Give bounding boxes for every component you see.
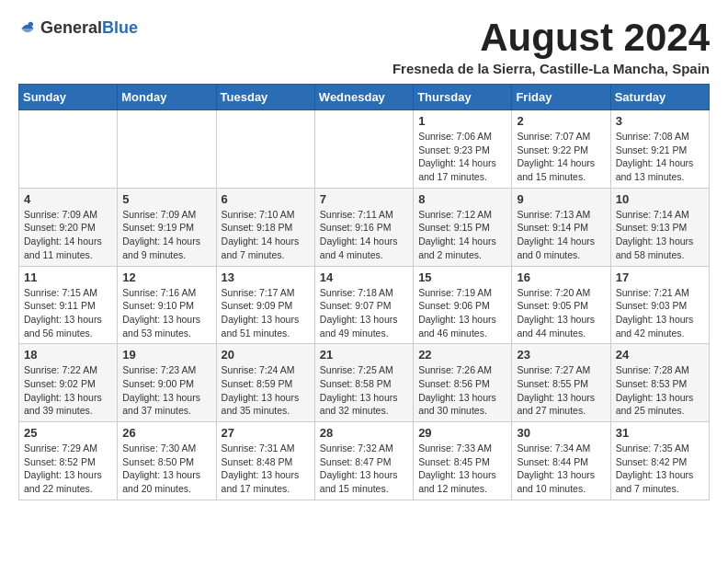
weekday-header-wednesday: Wednesday	[314, 85, 413, 110]
day-info: Sunrise: 7:07 AM Sunset: 9:22 PM Dayligh…	[517, 130, 605, 184]
day-info: Sunrise: 7:24 AM Sunset: 8:59 PM Dayligh…	[222, 363, 310, 418]
logo: GeneralBlue	[18, 18, 138, 38]
calendar-cell: 2Sunrise: 7:07 AM Sunset: 9:22 PM Daylig…	[512, 110, 610, 189]
calendar-week-row: 25Sunrise: 7:29 AM Sunset: 8:52 PM Dayli…	[19, 422, 710, 500]
calendar-cell: 3Sunrise: 7:08 AM Sunset: 9:21 PM Daylig…	[610, 110, 709, 189]
calendar-cell: 15Sunrise: 7:19 AM Sunset: 9:06 PM Dayli…	[414, 266, 512, 344]
day-number: 31	[616, 426, 704, 440]
day-info: Sunrise: 7:25 AM Sunset: 8:58 PM Dayligh…	[320, 363, 408, 418]
calendar-cell: 28Sunrise: 7:32 AM Sunset: 8:47 PM Dayli…	[314, 422, 413, 500]
day-number: 22	[418, 348, 506, 362]
day-info: Sunrise: 7:16 AM Sunset: 9:10 PM Dayligh…	[122, 286, 210, 340]
calendar-cell: 4Sunrise: 7:09 AM Sunset: 9:20 PM Daylig…	[19, 188, 118, 266]
month-title: August 2024	[480, 18, 710, 57]
calendar-cell: 30Sunrise: 7:34 AM Sunset: 8:44 PM Dayli…	[512, 422, 610, 500]
day-info: Sunrise: 7:09 AM Sunset: 9:20 PM Dayligh…	[24, 208, 112, 262]
calendar-cell	[118, 110, 216, 189]
calendar-cell: 6Sunrise: 7:10 AM Sunset: 9:18 PM Daylig…	[216, 188, 314, 266]
calendar-week-row: 4Sunrise: 7:09 AM Sunset: 9:20 PM Daylig…	[19, 188, 710, 266]
day-info: Sunrise: 7:22 AM Sunset: 9:02 PM Dayligh…	[24, 363, 112, 418]
calendar-cell: 9Sunrise: 7:13 AM Sunset: 9:14 PM Daylig…	[512, 188, 610, 266]
calendar-cell: 27Sunrise: 7:31 AM Sunset: 8:48 PM Dayli…	[216, 422, 314, 500]
day-info: Sunrise: 7:18 AM Sunset: 9:07 PM Dayligh…	[320, 286, 408, 340]
day-number: 10	[616, 192, 704, 206]
day-info: Sunrise: 7:19 AM Sunset: 9:06 PM Dayligh…	[418, 286, 506, 340]
day-number: 7	[320, 192, 408, 206]
calendar-cell: 12Sunrise: 7:16 AM Sunset: 9:10 PM Dayli…	[118, 266, 216, 344]
day-number: 21	[320, 348, 408, 362]
calendar-table: SundayMondayTuesdayWednesdayThursdayFrid…	[18, 84, 710, 500]
calendar-cell: 25Sunrise: 7:29 AM Sunset: 8:52 PM Dayli…	[19, 422, 118, 500]
calendar-cell: 22Sunrise: 7:26 AM Sunset: 8:56 PM Dayli…	[414, 344, 512, 422]
day-number: 27	[222, 426, 310, 440]
day-number: 15	[418, 270, 506, 284]
calendar-cell: 7Sunrise: 7:11 AM Sunset: 9:16 PM Daylig…	[314, 188, 413, 266]
calendar-week-row: 18Sunrise: 7:22 AM Sunset: 9:02 PM Dayli…	[19, 344, 710, 422]
day-number: 6	[222, 192, 310, 206]
calendar-cell: 1Sunrise: 7:06 AM Sunset: 9:23 PM Daylig…	[414, 110, 512, 189]
day-info: Sunrise: 7:12 AM Sunset: 9:15 PM Dayligh…	[418, 208, 506, 262]
calendar-cell: 18Sunrise: 7:22 AM Sunset: 9:02 PM Dayli…	[19, 344, 118, 422]
day-info: Sunrise: 7:32 AM Sunset: 8:47 PM Dayligh…	[320, 442, 408, 496]
day-info: Sunrise: 7:15 AM Sunset: 9:11 PM Dayligh…	[24, 286, 112, 340]
day-number: 24	[616, 348, 704, 362]
day-number: 4	[24, 192, 112, 206]
day-info: Sunrise: 7:34 AM Sunset: 8:44 PM Dayligh…	[517, 442, 605, 496]
day-number: 30	[517, 426, 605, 440]
calendar-cell	[19, 110, 118, 189]
day-number: 2	[517, 114, 605, 128]
day-number: 25	[24, 426, 112, 440]
day-number: 26	[122, 426, 210, 440]
day-info: Sunrise: 7:23 AM Sunset: 9:00 PM Dayligh…	[122, 363, 210, 418]
weekday-header-row: SundayMondayTuesdayWednesdayThursdayFrid…	[19, 85, 710, 110]
svg-point-0	[28, 21, 33, 26]
calendar-cell: 20Sunrise: 7:24 AM Sunset: 8:59 PM Dayli…	[216, 344, 314, 422]
logo-icon	[18, 19, 37, 38]
day-info: Sunrise: 7:13 AM Sunset: 9:14 PM Dayligh…	[517, 208, 605, 262]
calendar-week-row: 1Sunrise: 7:06 AM Sunset: 9:23 PM Daylig…	[19, 110, 710, 189]
day-info: Sunrise: 7:28 AM Sunset: 8:53 PM Dayligh…	[616, 363, 704, 418]
day-info: Sunrise: 7:29 AM Sunset: 8:52 PM Dayligh…	[24, 442, 112, 496]
day-number: 5	[122, 192, 210, 206]
title-area: August 2024	[480, 18, 710, 57]
calendar-cell: 13Sunrise: 7:17 AM Sunset: 9:09 PM Dayli…	[216, 266, 314, 344]
day-info: Sunrise: 7:20 AM Sunset: 9:05 PM Dayligh…	[517, 286, 605, 340]
logo-blue: Blue	[102, 18, 138, 37]
day-number: 11	[24, 270, 112, 284]
calendar-cell: 14Sunrise: 7:18 AM Sunset: 9:07 PM Dayli…	[314, 266, 413, 344]
calendar-cell: 16Sunrise: 7:20 AM Sunset: 9:05 PM Dayli…	[512, 266, 610, 344]
day-number: 19	[122, 348, 210, 362]
calendar-cell: 23Sunrise: 7:27 AM Sunset: 8:55 PM Dayli…	[512, 344, 610, 422]
day-info: Sunrise: 7:31 AM Sunset: 8:48 PM Dayligh…	[222, 442, 310, 496]
calendar-cell: 29Sunrise: 7:33 AM Sunset: 8:45 PM Dayli…	[414, 422, 512, 500]
weekday-header-thursday: Thursday	[414, 85, 512, 110]
calendar-cell: 5Sunrise: 7:09 AM Sunset: 9:19 PM Daylig…	[118, 188, 216, 266]
day-number: 1	[418, 114, 506, 128]
calendar-cell: 31Sunrise: 7:35 AM Sunset: 8:42 PM Dayli…	[610, 422, 709, 500]
calendar-cell: 21Sunrise: 7:25 AM Sunset: 8:58 PM Dayli…	[314, 344, 413, 422]
day-number: 14	[320, 270, 408, 284]
day-number: 18	[24, 348, 112, 362]
calendar-cell: 8Sunrise: 7:12 AM Sunset: 9:15 PM Daylig…	[414, 188, 512, 266]
weekday-header-monday: Monday	[118, 85, 216, 110]
calendar-cell	[216, 110, 314, 189]
day-info: Sunrise: 7:09 AM Sunset: 9:19 PM Dayligh…	[122, 208, 210, 262]
day-info: Sunrise: 7:21 AM Sunset: 9:03 PM Dayligh…	[616, 286, 704, 340]
day-number: 12	[122, 270, 210, 284]
weekday-header-saturday: Saturday	[610, 85, 709, 110]
weekday-header-friday: Friday	[512, 85, 610, 110]
day-info: Sunrise: 7:08 AM Sunset: 9:21 PM Dayligh…	[616, 130, 704, 184]
day-number: 23	[517, 348, 605, 362]
day-info: Sunrise: 7:35 AM Sunset: 8:42 PM Dayligh…	[616, 442, 704, 496]
day-number: 8	[418, 192, 506, 206]
day-info: Sunrise: 7:33 AM Sunset: 8:45 PM Dayligh…	[418, 442, 506, 496]
logo-general: General	[40, 18, 102, 37]
calendar-week-row: 11Sunrise: 7:15 AM Sunset: 9:11 PM Dayli…	[19, 266, 710, 344]
day-number: 29	[418, 426, 506, 440]
day-number: 28	[320, 426, 408, 440]
day-number: 17	[616, 270, 704, 284]
header: GeneralBlue August 2024	[18, 18, 710, 57]
day-number: 16	[517, 270, 605, 284]
weekday-header-tuesday: Tuesday	[216, 85, 314, 110]
calendar-cell: 17Sunrise: 7:21 AM Sunset: 9:03 PM Dayli…	[610, 266, 709, 344]
